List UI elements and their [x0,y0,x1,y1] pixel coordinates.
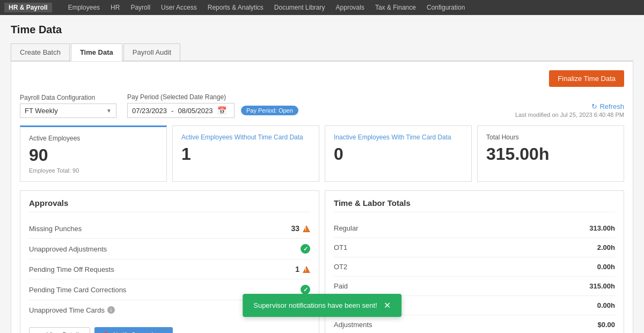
tab-time-data[interactable]: Time Data [71,43,122,61]
stat-value-active-no-timecard: 1 [181,144,310,164]
notify-supervisors-button[interactable]: 📤 Notify Supervisors [94,327,173,333]
approval-count-missing-punches: 33 [291,224,299,233]
time-data-card: Finalize Time Data Payroll Data Configur… [11,61,633,333]
brand-label: HR & Payroll [4,3,52,12]
labor-label-paid: Paid [334,282,348,290]
last-modified-text: Last modified on Jul 25, 2023 6:40:48 PM [515,112,624,118]
approval-count-pending-time-off: 1 [295,265,299,273]
labor-row-ot2: OT2 0.00h [334,257,615,277]
check-icon: ✓ [301,285,310,294]
labor-title: Time & Labor Totals [334,198,615,212]
tab-create-batch[interactable]: Create Batch [11,43,70,61]
calendar-icon[interactable]: 📅 [217,106,226,115]
labor-row-ot1: OT1 2.00h [334,238,615,257]
stat-sublabel-active-employees: Employee Total: 90 [29,167,158,174]
nav-item-document-library[interactable]: Document Library [269,2,331,13]
payroll-config-label: Payroll Data Configuration [20,94,116,101]
nav-item-tax-&-finance[interactable]: Tax & Finance [370,2,421,13]
stat-card-active-no-timecard: Active Employees Without Time Card Data … [172,125,319,182]
toast-notification: Supervisor notifications have been sent!… [243,294,401,317]
stat-card-total-hours: Total Hours 315.00h [477,125,624,182]
labor-row-regular: Regular 313.00h [334,219,615,238]
approval-value-missing-punches: 33 [291,224,310,233]
labor-value-paid: 315.00h [589,282,615,290]
card-top-row: Finalize Time Data [20,70,624,87]
nav-item-configuration[interactable]: Configuration [421,2,470,13]
tab-bar: Create Batch Time Data Payroll Audit [11,43,633,61]
labor-value-adjustments: $0.00 [597,321,615,329]
stat-label-active-no-timecard: Active Employees Without Time Card Data [181,134,310,141]
labor-label-regular: Regular [334,224,358,232]
tab-payroll-audit[interactable]: Payroll Audit [123,43,180,61]
stat-label-inactive-with-timecard: Inactive Employees With Time Card Data [334,134,463,141]
payroll-config-select[interactable]: FT Weekly ▼ [20,103,116,118]
approval-label-unapproved-adjustments: Unapproved Adjustments [29,245,107,253]
labor-row-paid: Paid 315.00h [334,277,615,296]
page-title: Time Data [11,24,633,36]
finalize-button[interactable]: Finalize Time Data [549,70,624,87]
approval-row-pending-time-off[interactable]: Pending Time Off Requests 1 [29,260,310,279]
nav-item-approvals[interactable]: Approvals [331,2,370,13]
warning-icon [303,266,310,273]
action-buttons: 👁 View Details 📤 Notify Supervisors [29,327,310,333]
stat-card-active-employees: Active Employees 90 Employee Total: 90 [20,125,167,182]
stats-row: Active Employees 90 Employee Total: 90 A… [20,125,624,182]
top-navigation: HR & Payroll EmployeesHRPayrollUser Acce… [0,0,644,15]
labor-row-adjustments: Adjustments $0.00 [334,315,615,333]
approval-label-missing-punches: Missing Punches [29,225,82,233]
approval-value-unapproved-adjustments: ✓ [301,244,310,254]
approval-label-pending-corrections: Pending Time Card Corrections [29,286,126,294]
approval-row-unapproved-adjustments[interactable]: Unapproved Adjustments ✓ [29,239,310,260]
labor-label-ot2: OT2 [334,263,347,271]
view-details-button[interactable]: 👁 View Details [29,327,90,333]
approval-row-missing-punches[interactable]: Missing Punches 33 [29,219,310,239]
stat-card-inactive-with-timecard: Inactive Employees With Time Card Data 0 [325,125,472,182]
stat-label-active-employees: Active Employees [29,135,158,142]
approval-label-pending-time-off: Pending Time Off Requests [29,265,114,273]
stat-label-total-hours: Total Hours [486,134,615,141]
stat-value-active-employees: 90 [29,145,158,165]
approval-value-pending-corrections: ✓ [301,285,310,294]
nav-item-employees[interactable]: Employees [63,2,105,13]
stat-value-total-hours: 315.00h [486,144,615,164]
check-icon: ✓ [301,244,310,254]
approval-label-unapproved-timecards: Unapproved Time Cards i [29,306,115,314]
labor-value-regular: 313.00h [589,224,615,232]
nav-item-hr[interactable]: HR [105,2,125,13]
nav-item-reports-&-analytics[interactable]: Reports & Analytics [202,2,269,13]
chevron-down-icon: ▼ [106,108,112,114]
refresh-button[interactable]: ↻ Refresh [591,102,624,110]
approvals-title: Approvals [29,198,310,212]
date-range-input[interactable]: 07/23/2023 - 08/05/2023 📅 [127,103,235,118]
pay-period-group: Pay Period (Selected Date Range) 07/23/2… [127,93,298,118]
refresh-icon: ↻ [591,102,597,110]
pay-period-label: Pay Period (Selected Date Range) [127,93,298,101]
approval-value-pending-time-off: 1 [295,265,310,273]
labor-label-adjustments: Adjustments [334,321,372,329]
toast-message: Supervisor notifications have been sent! [253,301,377,309]
main-content: Time Data Create Batch Time Data Payroll… [0,15,644,333]
payroll-config-group: Payroll Data Configuration FT Weekly ▼ [20,94,116,118]
refresh-area: ↻ Refresh Last modified on Jul 25, 2023 … [515,102,624,118]
nav-items: EmployeesHRPayrollUser AccessReports & A… [63,2,471,13]
warning-icon [303,225,310,232]
labor-value-ot2: 0.00h [597,263,615,271]
stat-value-inactive-with-timecard: 0 [334,144,463,164]
nav-item-user-access[interactable]: User Access [156,2,202,13]
labor-label-ot1: OT1 [334,243,347,251]
labor-value-unpaid: 0.00h [597,301,615,309]
config-row: Payroll Data Configuration FT Weekly ▼ P… [20,93,624,118]
labor-value-ot1: 2.00h [597,243,615,251]
pay-period-badge: Pay Period: Open [241,106,298,115]
toast-close-button[interactable]: ✕ [384,300,391,310]
nav-item-payroll[interactable]: Payroll [125,2,156,13]
info-icon[interactable]: i [107,306,115,314]
